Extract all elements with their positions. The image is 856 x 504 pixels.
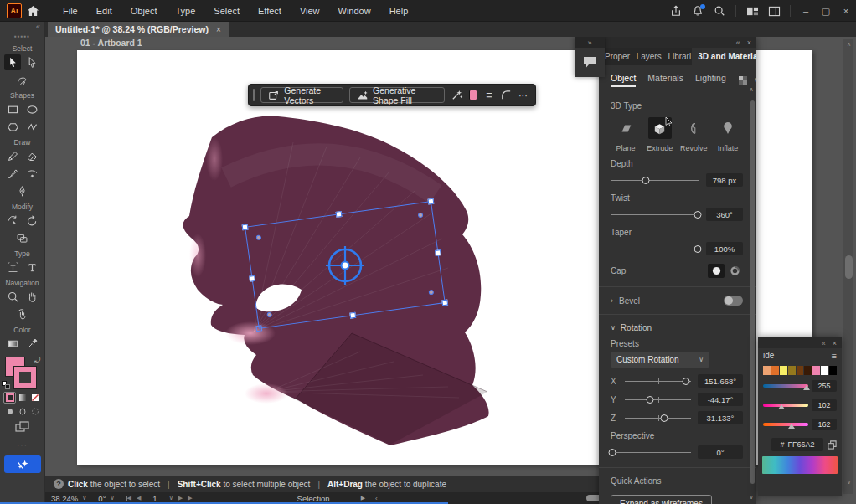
color-guide-tab-truncated[interactable]: ide bbox=[763, 351, 774, 360]
swap-fill-stroke-icon[interactable]: ⤾ bbox=[34, 356, 41, 365]
x-rotation-field[interactable]: 151.668° bbox=[698, 374, 743, 388]
swatch[interactable] bbox=[763, 366, 771, 375]
scroll-up-icon[interactable]: ∧ bbox=[843, 41, 854, 48]
panel-scrollbar[interactable]: ∧ ∨ bbox=[750, 94, 755, 494]
selection-handle-tl[interactable] bbox=[242, 224, 249, 230]
red-value-field[interactable]: 255 bbox=[812, 380, 837, 392]
notifications-bell-icon[interactable] bbox=[687, 3, 709, 19]
workspace-switcher-icon[interactable] bbox=[763, 3, 785, 19]
3d-type-revolve[interactable]: Revolve bbox=[678, 117, 709, 152]
selection-handle-lm[interactable] bbox=[249, 275, 255, 282]
free-transform-tool[interactable] bbox=[4, 213, 21, 229]
cap-hollow-button[interactable] bbox=[726, 264, 743, 278]
menu-type[interactable]: Type bbox=[167, 0, 205, 22]
swatch[interactable] bbox=[829, 366, 837, 375]
blue-slider[interactable] bbox=[763, 423, 808, 426]
y-rotation-slider[interactable] bbox=[625, 394, 691, 405]
blue-value-field[interactable]: 162 bbox=[812, 419, 837, 430]
swatch[interactable] bbox=[812, 366, 820, 375]
z-rotation-slider[interactable] bbox=[625, 413, 691, 424]
z-rotation-field[interactable]: 31.133° bbox=[698, 411, 743, 424]
generative-shape-fill-button[interactable]: Generative Shape Fill bbox=[349, 87, 445, 103]
color-panel-collapse-icon[interactable]: « bbox=[822, 339, 826, 347]
artboard-number-field[interactable]: 1 bbox=[146, 494, 163, 503]
subtab-materials[interactable]: Materials bbox=[647, 73, 683, 87]
menu-select[interactable]: Select bbox=[204, 0, 249, 22]
panel-scroll-up-icon[interactable]: ∧ bbox=[747, 86, 755, 93]
expand-wireframes-button[interactable]: Expand as wireframes bbox=[611, 495, 712, 504]
type-tool[interactable] bbox=[23, 260, 40, 275]
swatch[interactable] bbox=[797, 366, 804, 375]
cap-solid-button[interactable] bbox=[708, 264, 725, 278]
corner-options-icon[interactable] bbox=[501, 88, 512, 102]
tab-3d-materials[interactable]: 3D and Materials bbox=[692, 48, 756, 65]
tab-libraries[interactable]: Librari bbox=[662, 48, 692, 65]
rotate-tool[interactable] bbox=[23, 213, 40, 229]
home-icon[interactable] bbox=[22, 3, 44, 19]
subtab-lighting[interactable]: Lighting bbox=[695, 73, 726, 87]
selection-tool[interactable] bbox=[4, 54, 21, 70]
swatch[interactable] bbox=[821, 366, 828, 375]
perspective-field[interactable]: 0° bbox=[698, 445, 743, 459]
panel-close-icon[interactable]: × bbox=[747, 39, 751, 47]
twist-slider[interactable] bbox=[611, 209, 699, 220]
green-slider[interactable] bbox=[763, 404, 808, 407]
tab-layers[interactable]: Layers bbox=[631, 48, 663, 65]
selection-handle-br[interactable] bbox=[441, 300, 448, 306]
gradient-mode-button[interactable] bbox=[17, 393, 28, 403]
panel-scrollbar-thumb[interactable] bbox=[750, 100, 755, 484]
touch-type-tool[interactable] bbox=[4, 260, 21, 275]
color-mode-button[interactable] bbox=[4, 393, 15, 403]
stroke-options-icon[interactable]: ≡ bbox=[483, 88, 494, 102]
tab-close-icon[interactable]: × bbox=[216, 25, 221, 34]
search-icon[interactable] bbox=[709, 3, 730, 19]
color-spectrum-bar[interactable] bbox=[762, 456, 838, 474]
red-slider[interactable] bbox=[763, 384, 808, 388]
menu-edit[interactable]: Edit bbox=[87, 0, 121, 22]
first-artboard-button[interactable]: ◀ bbox=[126, 495, 131, 501]
gradient-tool[interactable] bbox=[4, 336, 21, 352]
bevel-toggle[interactable] bbox=[724, 296, 743, 306]
hscroll-left-icon[interactable]: ‹ bbox=[375, 495, 378, 502]
subtab-object[interactable]: Object bbox=[611, 73, 636, 87]
rotate-widget-tl[interactable] bbox=[256, 234, 262, 240]
draw-inside-button[interactable] bbox=[29, 406, 40, 416]
selection-handle-bm[interactable] bbox=[349, 312, 356, 319]
ellipse-tool[interactable] bbox=[23, 101, 40, 117]
paintbrush-tool[interactable] bbox=[4, 166, 21, 182]
draw-normal-button[interactable] bbox=[4, 406, 15, 416]
3d-type-inflate[interactable]: Inflate bbox=[713, 117, 743, 152]
menu-view[interactable]: View bbox=[291, 0, 329, 22]
rotate-view-tool[interactable] bbox=[14, 306, 31, 322]
hand-tool[interactable] bbox=[23, 289, 40, 305]
swatch[interactable] bbox=[788, 366, 796, 375]
none-mode-button[interactable] bbox=[29, 393, 40, 403]
rotate-widget-bl[interactable] bbox=[266, 312, 272, 318]
fill-color-chip[interactable] bbox=[469, 90, 478, 100]
maximize-button[interactable]: ▢ bbox=[816, 0, 836, 22]
zoom-tool[interactable] bbox=[4, 289, 21, 305]
canvas-vertical-scrollbar[interactable]: ∧ ∨ bbox=[843, 39, 853, 494]
copy-hex-icon[interactable] bbox=[828, 440, 837, 450]
arrange-documents-icon[interactable] bbox=[741, 3, 763, 19]
rotate-widget-br[interactable] bbox=[428, 290, 434, 296]
x-rotation-slider[interactable] bbox=[625, 376, 691, 387]
change-screen-mode-icon[interactable] bbox=[15, 421, 30, 435]
curvature-tool[interactable] bbox=[23, 166, 40, 182]
comment-icon[interactable] bbox=[582, 55, 597, 69]
twist-value-field[interactable]: 360° bbox=[706, 208, 743, 221]
draw-behind-button[interactable] bbox=[17, 406, 28, 416]
depth-slider[interactable] bbox=[611, 175, 699, 186]
close-button[interactable]: × bbox=[836, 0, 856, 22]
lasso-tool[interactable] bbox=[14, 72, 31, 88]
menu-object[interactable]: Object bbox=[121, 0, 167, 22]
generative-ai-button[interactable] bbox=[4, 455, 41, 473]
swatch[interactable] bbox=[771, 366, 779, 375]
rotation-collapse-icon[interactable]: ∨ bbox=[611, 324, 616, 332]
menu-effect[interactable]: Effect bbox=[249, 0, 291, 22]
menu-window[interactable]: Window bbox=[329, 0, 380, 22]
toolbar-collapse-icon[interactable]: « bbox=[36, 22, 40, 33]
color-panel-close-icon[interactable]: × bbox=[833, 339, 837, 347]
selection-handle-rm[interactable] bbox=[435, 249, 441, 256]
menu-help[interactable]: Help bbox=[380, 0, 418, 22]
